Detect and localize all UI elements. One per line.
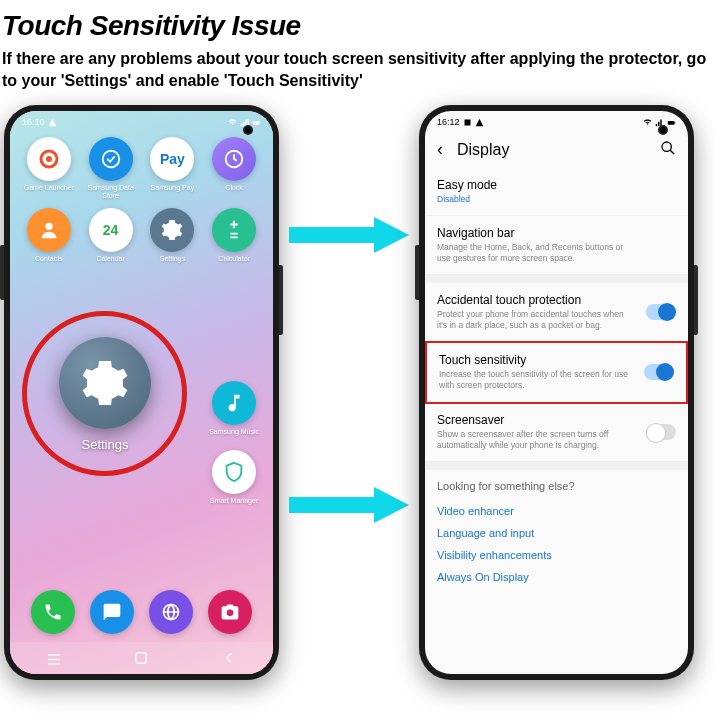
app-clock[interactable]: Clock [205,137,263,199]
screen-title: Display [457,141,646,159]
gear-icon [59,337,151,429]
side-apps: Samsung Music Smart Manager [209,381,259,504]
svg-point-4 [102,151,119,168]
svg-rect-17 [668,121,675,125]
setting-title: Navigation bar [437,226,676,240]
app-label: Contacts [35,255,63,263]
app-game-launcher[interactable]: Game Launcher [20,137,78,199]
app-calculator[interactable]: Calculator [205,208,263,263]
toggle[interactable] [646,304,676,320]
app-icon [150,208,194,252]
svg-rect-18 [675,122,676,124]
settings-app-large[interactable]: Settings [40,329,170,459]
settings-label: Settings [82,437,129,452]
app-label: Clock [225,184,243,192]
settings-list[interactable]: Easy modeDisabledNavigation barManage th… [425,168,688,674]
svg-point-19 [662,142,671,151]
app-label: Settings [160,255,185,263]
setting-title: Screensaver [437,413,676,427]
search-icon[interactable] [660,140,676,159]
setting-accidental-touch-protection[interactable]: Accidental touch protectionProtect your … [425,283,688,342]
svg-rect-15 [136,653,147,664]
app-icon [27,208,71,252]
music-icon [212,381,256,425]
setting-title: Touch sensitivity [439,353,674,367]
svg-point-3 [46,156,52,162]
arrow-top [284,215,414,255]
dock [10,590,273,634]
status-bar-left: 16:10 [10,111,273,131]
shield-icon [212,450,256,494]
wifi-icon [643,118,652,127]
app-calendar[interactable]: 24Calendar [82,208,140,263]
looking-link[interactable]: Always On Display [437,566,676,588]
app-grid: Game LauncherSamsung Data StorePaySamsun… [10,131,273,262]
app-icon: Pay [150,137,194,181]
status-icon [48,118,57,127]
dock-phone[interactable] [31,590,75,634]
setting-touch-sensitivity[interactable]: Touch sensitivityIncrease the touch sens… [425,341,688,403]
app-label: Game Launcher [24,184,74,192]
status-time: 16:12 [437,117,460,127]
svg-rect-0 [253,121,260,125]
status-icon [463,118,472,127]
looking-title: Looking for something else? [437,480,676,492]
nav-recents[interactable] [45,649,63,667]
nav-home[interactable] [132,649,150,667]
battery-icon [667,118,676,127]
wifi-icon [228,118,237,127]
app-samsung-music[interactable]: Samsung Music [209,381,259,436]
app-samsung-data-store[interactable]: Samsung Data Store [82,137,140,199]
looking-link[interactable]: Language and input [437,522,676,544]
app-settings[interactable]: Settings [144,208,202,263]
svg-rect-1 [260,122,261,124]
looking-link[interactable]: Visibility enhancements [437,544,676,566]
phone-left: 16:10 Game LauncherSamsung Data StorePay… [4,105,279,680]
looking-section: Looking for something else?Video enhance… [425,470,688,598]
battery-icon [252,118,261,127]
settings-header: ‹ Display [425,131,688,168]
nav-back[interactable] [220,649,238,667]
page-title: Touch Sensitivity Issue [0,0,714,48]
setting-subtitle: Manage the Home, Back, and Recents butto… [437,242,676,264]
arrow-bottom [284,485,414,525]
setting-screensaver[interactable]: ScreensaverShow a screensaver after the … [425,403,688,462]
app-label: Calculator [218,255,250,263]
dock-messages[interactable] [90,590,134,634]
phone-right: 16:12 ‹ Display [419,105,694,680]
app-icon: 24 [89,208,133,252]
page-subtitle: If there are any problems about your tou… [0,48,714,105]
setting-navigation-bar[interactable]: Navigation barManage the Home, Back, and… [425,216,688,275]
toggle[interactable] [646,424,676,440]
app-label: Samsung Data Store [82,184,140,199]
back-icon[interactable]: ‹ [437,139,443,160]
arrows-column [279,105,419,525]
status-bar-right: 16:12 [425,111,688,131]
app-icon [212,208,256,252]
svg-line-20 [670,150,674,154]
app-smart-manager[interactable]: Smart Manager [209,450,259,505]
dock-camera[interactable] [208,590,252,634]
svg-point-6 [45,222,52,229]
dock-browser[interactable] [149,590,193,634]
setting-subtitle: Show a screensaver after the screen turn… [437,429,676,451]
setting-title: Accidental touch protection [437,293,676,307]
nav-bar [10,642,273,674]
app-contacts[interactable]: Contacts [20,208,78,263]
app-label: Calendar [96,255,124,263]
setting-subtitle: Increase the touch sensitivity of the sc… [439,369,674,391]
app-label: Samsung Pay [151,184,195,192]
setting-easy-mode[interactable]: Easy modeDisabled [425,168,688,216]
app-icon [212,137,256,181]
toggle[interactable] [644,364,674,380]
status-icon [475,118,484,127]
app-icon [89,137,133,181]
app-samsung-pay[interactable]: PaySamsung Pay [144,137,202,199]
looking-link[interactable]: Video enhancer [437,500,676,522]
svg-rect-16 [464,119,470,125]
app-icon [27,137,71,181]
setting-subtitle: Disabled [437,194,676,205]
status-time: 16:10 [22,117,45,127]
setting-title: Easy mode [437,178,676,192]
setting-subtitle: Protect your phone from accidental touch… [437,309,676,331]
